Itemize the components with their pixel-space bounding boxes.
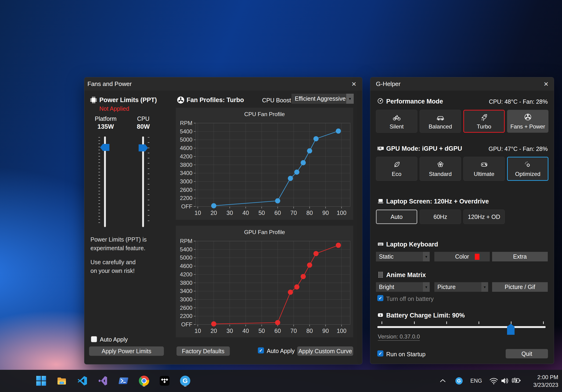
chevron-up-icon[interactable] (437, 375, 448, 387)
start-button[interactable] (34, 374, 48, 388)
battery-slider-track[interactable] (377, 326, 546, 328)
volume-icon[interactable] (500, 375, 510, 387)
gpu-mode-standard[interactable]: Standard (420, 157, 461, 181)
cpu-label: CPU (128, 115, 159, 122)
keyboard-color-button[interactable]: Color (434, 252, 490, 261)
cpu-boost-dropdown[interactable]: Efficient Aggressive ▼ (292, 94, 354, 104)
ghelper-logo: G (180, 376, 190, 386)
svg-text:5000: 5000 (180, 254, 192, 261)
tray-time: 2:00 PM (538, 373, 558, 381)
ghelper-taskbar-icon[interactable]: G (178, 374, 192, 388)
svg-text:3800: 3800 (180, 162, 192, 168)
battery-charging-icon[interactable] (511, 375, 522, 387)
wifi-icon[interactable] (488, 375, 499, 387)
keyboard-extra-button[interactable]: Extra (492, 252, 548, 261)
fans-window-titlebar[interactable]: Fans and Power (84, 77, 362, 91)
svg-text:50: 50 (258, 327, 265, 334)
turn-off-on-battery-checkbox[interactable]: ✓ (377, 295, 383, 301)
svg-text:30: 30 (226, 327, 233, 334)
chevron-down-icon[interactable]: ▼ (346, 94, 354, 104)
svg-text:40: 40 (242, 210, 249, 216)
perf-mode-silent[interactable]: Silent (376, 110, 417, 133)
svg-text:2200: 2200 (180, 313, 192, 319)
gpu-temp-fan-status: GPU: 47°C - Fan: 28% (489, 146, 548, 152)
running-indicator (143, 386, 145, 387)
svg-text:80: 80 (306, 327, 313, 334)
picture-gif-button[interactable]: Picture / Gif (492, 282, 548, 292)
file-explorer-icon[interactable] (55, 374, 69, 388)
laptop-keyboard-heading: Laptop Keyboard (386, 241, 438, 248)
powershell-icon[interactable] (117, 374, 130, 388)
chrome-icon[interactable] (137, 374, 151, 388)
matrix-mode-dropdown[interactable]: Picture ▼ (434, 282, 488, 292)
color-button-label: Color (455, 253, 469, 260)
mode-label: Silent (389, 123, 403, 130)
svg-text:RPM: RPM (180, 238, 192, 244)
car-icon (436, 113, 445, 121)
auto-apply-power-label: Auto Apply (100, 336, 128, 343)
gpu-mode-heading: GPU Mode: iGPU + dGPU (386, 145, 462, 152)
svg-text:70: 70 (290, 327, 297, 334)
cpu-fan-chart[interactable]: 102030405060708090100OFF2200260030003400… (176, 108, 353, 220)
platform-label: Platform (91, 115, 121, 122)
chevron-down-icon[interactable]: ▼ (423, 282, 430, 292)
gpu-fan-chart[interactable]: 102030405060708090100OFF2200260030003400… (176, 226, 353, 337)
ghelper-tray-icon[interactable]: G (454, 375, 464, 387)
svg-text:2600: 2600 (180, 187, 192, 193)
screen-auto-button[interactable]: Auto (376, 210, 417, 224)
svg-text:RPM: RPM (180, 120, 192, 126)
desktop-wallpaper: Fans and Power ✕ Power Limits (PPT) Not … (0, 0, 562, 392)
quit-button[interactable]: Quit (506, 349, 548, 358)
factory-defaults-button[interactable]: Factory Defaults (176, 347, 230, 356)
version-link[interactable]: Version: 0.37.0.0 (378, 333, 420, 341)
svg-text:20: 20 (211, 327, 217, 334)
mode-label: Eco (392, 171, 401, 177)
gpu-mode-ultimate[interactable]: Ultimate (463, 157, 505, 181)
matrix-brightness-dropdown[interactable]: Bright ▼ (376, 282, 430, 292)
cpu-temp-fan-status: CPU: 48°C - Fan: 28% (489, 98, 548, 105)
cpu-slider-thumb[interactable] (139, 144, 148, 151)
cpu-fan-chart-panel: 102030405060708090100OFF2200260030003400… (176, 108, 353, 220)
perf-mode-turbo[interactable]: Turbo (463, 110, 505, 133)
svg-text:100: 100 (337, 210, 346, 216)
screen-120hz-od-button[interactable]: 120Hz + OD (463, 210, 505, 224)
ghelper-window: G-Helper ✕ Performance Mode CPU: 48°C - … (370, 77, 554, 364)
run-on-startup-checkbox[interactable]: ✓ (377, 350, 383, 357)
auto-apply-power-checkbox[interactable] (91, 336, 97, 342)
svg-text:2200: 2200 (180, 195, 192, 201)
language-indicator[interactable]: ENG (470, 370, 482, 392)
taskbar-clock[interactable]: 2:00 PM 3/23/2023 (533, 370, 558, 392)
gpu-mode-optimized[interactable]: Optimized (507, 157, 549, 181)
svg-text:3000: 3000 (180, 178, 192, 185)
svg-text:100: 100 (337, 327, 346, 334)
chevron-down-icon[interactable]: ▼ (423, 252, 430, 261)
keyboard-backlight-dropdown[interactable]: Static ▼ (376, 252, 430, 261)
fans-window-title: Fans and Power (87, 80, 132, 88)
platform-slider-thumb[interactable] (100, 144, 109, 151)
perf-mode-balanced[interactable]: Balanced (420, 110, 461, 133)
apply-power-limits-button[interactable]: Apply Power Limits (89, 347, 164, 356)
cpu-slider-ticks (148, 137, 149, 225)
visual-studio-icon[interactable] (96, 374, 110, 388)
close-icon[interactable]: ✕ (350, 80, 358, 88)
svg-text:10: 10 (195, 210, 201, 216)
battery-slider-thumb[interactable] (507, 324, 515, 335)
vscode-icon[interactable] (75, 374, 89, 388)
gpu-mode-eco[interactable]: Eco (376, 157, 417, 181)
turn-off-on-battery-label: Turn off on battery (386, 295, 434, 302)
svg-text:OFF: OFF (181, 203, 192, 210)
chevron-down-icon[interactable]: ▼ (481, 282, 488, 292)
mode-label: Standard (429, 171, 452, 177)
auto-apply-curve-checkbox[interactable]: ✓ (258, 347, 264, 353)
svg-text:60: 60 (274, 327, 281, 334)
tidal-icon[interactable] (158, 374, 172, 388)
ghelper-titlebar[interactable]: G-Helper (370, 77, 554, 91)
apply-custom-curve-button[interactable]: Apply Custom Curve (297, 347, 353, 356)
laptop-screen-heading: Laptop Screen: 120Hz + Overdrive (386, 198, 489, 205)
close-icon[interactable]: ✕ (542, 80, 550, 88)
mode-label: Fans + Power (510, 123, 545, 130)
screen-60hz-button[interactable]: 60Hz (420, 210, 461, 224)
bicycle-icon (393, 113, 401, 121)
fans-power-button[interactable]: Fans + Power (507, 110, 549, 133)
power-limits-warning: Power Limits (PPT) is experimental featu… (91, 235, 147, 275)
